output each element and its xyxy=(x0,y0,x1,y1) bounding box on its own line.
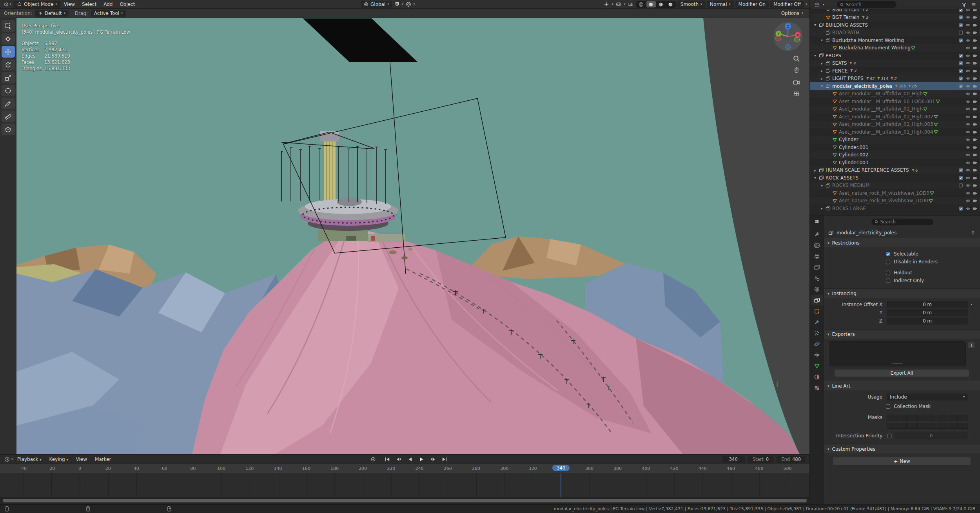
outliner-row[interactable]: BG6 Terrain2 xyxy=(810,9,980,14)
next-keyframe-button[interactable] xyxy=(428,455,438,463)
hide-eye-toggle[interactable] xyxy=(964,121,971,127)
shading-material-button[interactable] xyxy=(656,1,666,7)
properties-tab-texture[interactable] xyxy=(811,383,823,393)
decorator-chevron[interactable]: ▾ xyxy=(971,303,972,306)
smooth-dropdown[interactable]: Smooth▾ xyxy=(677,1,705,8)
perspective-grid-icon[interactable] xyxy=(793,90,800,97)
properties-search-input[interactable]: Search xyxy=(871,219,933,225)
mode-dropdown[interactable]: Object Mode ▾ xyxy=(14,1,60,8)
viewport-canvas[interactable] xyxy=(16,18,809,454)
intersection-priority-field[interactable]: 0 xyxy=(895,432,968,439)
zoom-icon[interactable] xyxy=(793,55,800,62)
viewport-3d[interactable]: User Perspective (340) modular_electrici… xyxy=(16,18,809,454)
outliner-row[interactable]: ▾Buzludzha Monument Working xyxy=(810,36,980,44)
hide-eye-toggle[interactable] xyxy=(964,152,971,158)
editor-type-chevron[interactable]: ▾ xyxy=(10,3,11,6)
properties-tab-object[interactable] xyxy=(811,306,823,316)
usage-dropdown[interactable]: Include▾ xyxy=(887,393,968,401)
outliner-row[interactable]: Aset_modular__M_uffafidw_01_High.004 xyxy=(810,128,980,136)
expand-arrow[interactable]: ▾ xyxy=(819,183,825,188)
holdout-checkbox-row[interactable]: Holdout xyxy=(886,269,975,277)
instance-offset-z-field[interactable]: 0 m xyxy=(887,317,968,324)
hide-eye-toggle[interactable] xyxy=(964,68,971,74)
expand-arrow[interactable]: ▸ xyxy=(819,61,825,65)
modifier-on-button[interactable]: Modifier On xyxy=(735,1,769,8)
exclude-checkbox[interactable] xyxy=(957,91,964,97)
prev-keyframe-button[interactable] xyxy=(394,455,404,463)
properties-tab-material[interactable] xyxy=(811,372,823,382)
timeline-menu-playback[interactable]: Playback ▾ xyxy=(14,457,45,462)
outliner-row[interactable]: Cylinder.001 xyxy=(810,143,980,151)
outliner-row[interactable]: ▾ROCK ASSETS xyxy=(810,174,980,182)
menu-add[interactable]: Add xyxy=(100,0,116,9)
hide-eye-toggle[interactable] xyxy=(964,160,971,165)
tool-transform[interactable] xyxy=(2,85,15,96)
outliner-editor-icon[interactable] xyxy=(813,1,820,8)
exclude-checkbox[interactable] xyxy=(957,121,964,127)
add-exporter-button[interactable]: + xyxy=(968,341,975,348)
exclude-checkbox[interactable] xyxy=(957,106,964,112)
current-frame-pill[interactable]: 340 xyxy=(552,465,570,471)
hide-eye-toggle[interactable] xyxy=(964,22,971,28)
snap-options-chevron[interactable]: ▾ xyxy=(402,3,403,6)
outliner-row[interactable]: Aset_modular__M_uffafidw_00_LOD0.001 xyxy=(810,98,980,105)
hide-eye-toggle[interactable] xyxy=(964,15,971,20)
section-instancing[interactable]: ▾Instancing xyxy=(824,288,980,298)
render-camera-toggle[interactable] xyxy=(971,152,978,158)
render-camera-toggle[interactable] xyxy=(971,121,978,127)
xray-toggle[interactable] xyxy=(627,1,635,8)
render-camera-toggle[interactable] xyxy=(971,37,978,43)
properties-tab-constraints[interactable] xyxy=(811,350,823,360)
exclude-checkbox[interactable] xyxy=(957,183,964,189)
tool-scale[interactable] xyxy=(2,72,15,83)
render-camera-toggle[interactable] xyxy=(971,68,978,74)
outliner-options-icon[interactable] xyxy=(970,1,977,8)
shading-solid-button[interactable] xyxy=(646,1,656,7)
timeline-ruler[interactable]: -40-200204060801001201401601802002202402… xyxy=(0,464,809,473)
gizmos-chevron[interactable]: ▾ xyxy=(612,3,613,6)
outliner-row[interactable]: ▸FENCE4 xyxy=(810,67,980,75)
render-camera-toggle[interactable] xyxy=(971,9,978,13)
exclude-checkbox[interactable] xyxy=(957,30,964,36)
exporters-list-box[interactable] xyxy=(829,341,966,366)
exclude-checkbox[interactable] xyxy=(957,22,964,28)
properties-tab-view-layer[interactable] xyxy=(811,262,823,272)
properties-tab-scene[interactable] xyxy=(811,273,823,283)
properties-tab-output[interactable] xyxy=(811,251,823,261)
instance-offset-x-field[interactable]: 0 m xyxy=(887,301,968,308)
expand-arrow[interactable]: ▸ xyxy=(819,76,825,81)
outliner-row[interactable]: ▾BUILDING ASSETS xyxy=(810,21,980,29)
outliner-row[interactable]: ▾PROPS xyxy=(810,52,980,60)
hide-eye-toggle[interactable] xyxy=(964,106,971,112)
auto-keying-toggle[interactable] xyxy=(369,456,377,463)
play-button[interactable] xyxy=(416,455,427,463)
outliner-row[interactable]: Aset_modular__M_uffafidw_01_High.002 xyxy=(810,113,980,121)
options-dropdown[interactable]: Options ▾ xyxy=(781,11,806,16)
hide-eye-toggle[interactable] xyxy=(964,183,971,189)
properties-tab-collection[interactable] xyxy=(811,295,823,305)
render-camera-toggle[interactable] xyxy=(971,30,978,36)
render-camera-toggle[interactable] xyxy=(971,114,978,120)
outliner-editor-chevron[interactable]: ▾ xyxy=(823,3,824,6)
disable-renders-checkbox-row[interactable]: Disable in Renders xyxy=(886,258,975,266)
collection-mask-checkbox-row[interactable]: Collection Mask xyxy=(886,402,975,410)
render-camera-toggle[interactable] xyxy=(971,106,978,112)
hide-eye-toggle[interactable] xyxy=(964,37,971,43)
exclude-checkbox[interactable] xyxy=(957,152,964,158)
exclude-checkbox[interactable] xyxy=(957,45,964,51)
exclude-checkbox[interactable] xyxy=(957,190,964,196)
snap-magnet-toggle[interactable] xyxy=(393,1,401,8)
exclude-checkbox[interactable] xyxy=(957,15,964,20)
timeline-scrollbar-thumb[interactable] xyxy=(3,499,807,502)
expand-arrow[interactable]: ▾ xyxy=(819,84,825,88)
tool-cursor[interactable] xyxy=(2,33,15,45)
exclude-checkbox[interactable] xyxy=(957,76,964,82)
outliner-search-input[interactable]: Search xyxy=(837,1,897,8)
tool-add-cube[interactable] xyxy=(2,123,15,135)
render-camera-toggle[interactable] xyxy=(971,76,978,82)
render-camera-toggle[interactable] xyxy=(971,144,978,150)
expand-arrow[interactable]: ▸ xyxy=(819,206,825,210)
selectable-checkbox-row[interactable]: Selectable xyxy=(886,250,975,258)
outliner-row[interactable]: Aset_modular__M_uffafidw_01_High.003 xyxy=(810,121,980,129)
expand-arrow[interactable]: ▾ xyxy=(812,53,818,58)
